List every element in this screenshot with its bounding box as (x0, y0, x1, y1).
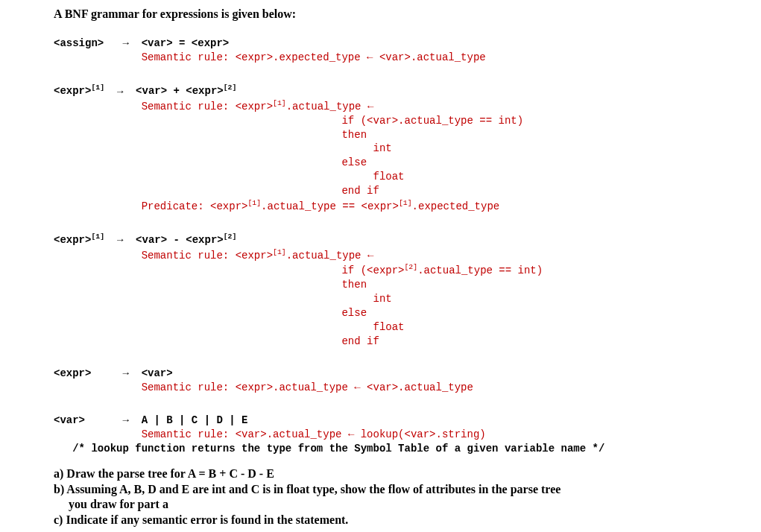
rhs-var: A | B | C | D | E (142, 414, 248, 426)
question-c: c) Indicate if any semantic error is fou… (54, 513, 761, 528)
left-arrow-icon: ← (367, 101, 373, 113)
sem-expr1: Semantic rule: <expr>[1].actual_type (142, 101, 367, 113)
lhs-expr2: <expr>[1] (54, 234, 104, 246)
rule-var: <var> → A | B | C | D | E Semantic rule:… (54, 399, 761, 456)
if-line: if (<var>.actual_type == int) (341, 115, 523, 127)
questions-block: a) Draw the parse tree for A = B + C - D… (54, 466, 761, 528)
sem-var: Semantic rule: <var>.actual_type (142, 428, 348, 440)
predicate-expr1: Predicate: <expr>[1].actual_type == <exp… (142, 200, 500, 212)
int-kw: int (373, 142, 391, 154)
lhs-expr3: <expr> (54, 367, 91, 379)
arrow-icon: → (122, 414, 128, 426)
float-kw: float (373, 171, 404, 183)
then-kw: then (341, 129, 367, 141)
sem-expr3-2: <var>.actual_type (361, 381, 473, 393)
sem-expr2: Semantic rule: <expr>[1].actual_type (142, 250, 367, 262)
endif-kw: end if (341, 185, 379, 197)
sem-var-2: lookup(<var>.string) (354, 428, 485, 440)
sem-assign: Semantic rule: <expr>.expected_type (142, 51, 367, 63)
arrow-icon: → (122, 367, 128, 379)
rule-expr-var: <expr> → <var> Semantic rule: <expr>.act… (54, 353, 761, 396)
lhs-assign: <assign> (54, 37, 104, 49)
lookup-comment: /* lookup function returns the type from… (72, 443, 604, 455)
lhs-expr1: <expr>[1] (54, 85, 104, 97)
else-kw: else (341, 307, 367, 319)
endif-kw: end if (341, 335, 379, 347)
rule-assign: <assign> → <var> = <expr> Semantic rule:… (54, 22, 761, 65)
int-kw: int (373, 293, 391, 305)
rhs-expr1: <var> + <expr>[2] (136, 85, 236, 97)
rule-expr-minus: <expr>[1] → <var> - <expr>[2] Semantic r… (54, 218, 761, 349)
if-line-2: if (<expr>[2].actual_type == int) (341, 265, 543, 276)
then-kw: then (341, 279, 367, 291)
question-b-cont: you draw for part a (54, 497, 761, 513)
lhs-var: <var> (54, 414, 85, 426)
rhs-expr2: <var> - <expr>[2] (136, 234, 236, 246)
left-arrow-icon: ← (367, 250, 373, 262)
question-a: a) Draw the parse tree for A = B + C - D… (54, 466, 761, 482)
arrow-icon: → (122, 37, 128, 49)
question-b: b) Assuming A, B, D and E are int and C … (54, 482, 761, 498)
left-arrow-icon: ← (354, 381, 360, 393)
arrow-icon: → (117, 234, 123, 246)
rhs-assign: <var> = <expr> (142, 37, 230, 49)
else-kw: else (341, 156, 367, 168)
float-kw: float (373, 321, 404, 333)
sem-assign-2: <var>.actual_type (373, 51, 485, 63)
sem-expr3: Semantic rule: <expr>.actual_type (142, 381, 355, 393)
rule-expr-plus: <expr>[1] → <var> + <expr>[2] Semantic r… (54, 69, 761, 214)
document-title: A BNF grammar for expressions is given b… (54, 7, 761, 21)
rhs-expr3: <var> (142, 367, 173, 379)
arrow-icon: → (117, 85, 123, 97)
